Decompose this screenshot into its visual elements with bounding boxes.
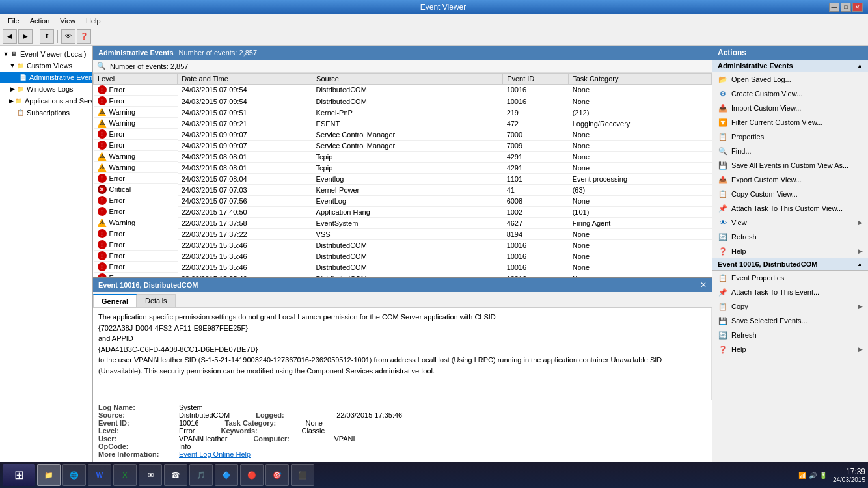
clock[interactable]: 17:39 24/03/2015	[833, 467, 865, 483]
tree-item-admin-events[interactable]: 📄 Administrative Events	[0, 72, 92, 83]
toolbar-separator-2	[57, 30, 58, 43]
action-item-event-properties[interactable]: 📋 Event Properties	[712, 271, 868, 285]
action-label: Properties	[731, 133, 863, 141]
tree-toggle-local[interactable]: ▼	[3, 51, 9, 57]
table-row[interactable]: ! Error 24/03/2015 07:09:54 DistributedC…	[94, 85, 712, 96]
action-item-find[interactable]: 🔍 Find...	[712, 144, 868, 158]
action-item-create-custom-view[interactable]: ⚙ Create Custom View...	[712, 87, 868, 101]
menu-view[interactable]: View	[55, 16, 81, 26]
action-item-refresh[interactable]: 🔄 Refresh	[712, 328, 868, 342]
tree-item-subscriptions[interactable]: 📋 Subscriptions	[0, 107, 92, 118]
toolbar-show-hide[interactable]: 👁	[61, 29, 75, 44]
menu-action[interactable]: Action	[25, 16, 55, 26]
tree-item-custom[interactable]: ▼ 📁 Custom Views	[0, 60, 92, 72]
table-row[interactable]: ! Error 22/03/2015 15:35:46 DistributedC…	[94, 262, 712, 273]
table-row[interactable]: ! Error 24/03/2015 07:07:56 EventLog 600…	[94, 195, 712, 206]
action-item-save-selected-events[interactable]: 💾 Save Selected Events...	[712, 314, 868, 328]
taskbar-chrome[interactable]: 🌐	[62, 464, 86, 486]
action-item-import-custom-view[interactable]: 📥 Import Custom View...	[712, 101, 868, 115]
table-row[interactable]: ⚠ Warning 24/03/2015 08:08:01 Tcpip 4291…	[94, 151, 712, 162]
col-header-category[interactable]: Task Category	[569, 74, 712, 85]
taskbar-explorer[interactable]: 📁	[37, 464, 61, 486]
error-icon: !	[98, 174, 107, 183]
action-icon: 🔄	[718, 232, 728, 242]
close-button[interactable]: ✕	[852, 3, 863, 12]
events-table-container[interactable]: Level Date and Time Source Event ID Task…	[93, 73, 712, 277]
actions-section-admin[interactable]: Administrative Events ▲	[712, 60, 868, 72]
action-item-refresh[interactable]: 🔄 Refresh	[712, 230, 868, 244]
col-header-source[interactable]: Source	[312, 74, 503, 85]
table-row[interactable]: ! Error 22/03/2015 15:35:46 DistributedC…	[94, 239, 712, 251]
taskbar-app2[interactable]: 🔴	[240, 464, 264, 486]
action-item-properties[interactable]: 📋 Properties	[712, 129, 868, 144]
toolbar-separator-1	[36, 30, 36, 43]
menu-file[interactable]: File	[3, 16, 25, 26]
table-row[interactable]: ! Error 22/03/2015 17:37:22 VSS 8194 Non…	[94, 228, 712, 239]
toolbar-help[interactable]: ❓	[77, 29, 91, 44]
taskbar-skype[interactable]: ☎	[164, 464, 187, 486]
event-log-online-help-link[interactable]: Event Log Online Help	[179, 450, 251, 458]
tab-details[interactable]: Details	[137, 294, 176, 307]
table-row[interactable]: ! Error 24/03/2015 07:08:04 Eventlog 110…	[94, 173, 712, 184]
taskbar-outlook[interactable]: ✉	[139, 464, 162, 486]
action-item-help[interactable]: ❓ Help ▶	[712, 342, 868, 357]
table-row[interactable]: ⚠ Warning 24/03/2015 08:08:01 Tcpip 4291…	[94, 162, 712, 173]
toolbar-up[interactable]: ⬆	[40, 29, 54, 44]
taskbar-app4[interactable]: ⬛	[291, 464, 314, 486]
action-item-copy[interactable]: 📋 Copy ▶	[712, 299, 868, 314]
table-row[interactable]: ✕ Critical 24/03/2015 07:07:03 Kernel-Po…	[94, 184, 712, 195]
warning-icon: ⚠	[98, 152, 107, 161]
taskbar-app1[interactable]: 🔷	[215, 464, 238, 486]
submenu-arrow: ▶	[858, 346, 863, 353]
tree-item-local[interactable]: ▼ 🖥 Event Viewer (Local)	[0, 48, 92, 60]
taskbar-music[interactable]: 🎵	[189, 464, 213, 486]
col-header-level[interactable]: Level	[94, 74, 178, 85]
action-item-export-custom-view[interactable]: 📤 Export Custom View...	[712, 172, 868, 187]
minimize-button[interactable]: —	[829, 3, 839, 12]
table-row[interactable]: ! Error 24/03/2015 09:09:07 Service Cont…	[94, 129, 712, 140]
tree-toggle-app[interactable]: ▶	[9, 98, 14, 104]
action-item-copy-custom-view[interactable]: 📋 Copy Custom View...	[712, 187, 868, 201]
action-item-filter-current-custom-view[interactable]: 🔽 Filter Current Custom View...	[712, 115, 868, 129]
maximize-button[interactable]: □	[841, 3, 851, 12]
cell-eventid: 4291	[503, 162, 569, 173]
action-icon: 💾	[718, 316, 728, 326]
tab-general[interactable]: General	[93, 294, 137, 307]
action-icon: 🔍	[718, 146, 728, 156]
action-item-help[interactable]: ❓ Help ▶	[712, 244, 868, 258]
detail-close-button[interactable]: ✕	[700, 280, 707, 290]
cell-datetime: 24/03/2015 07:09:51	[178, 107, 312, 118]
table-row[interactable]: ! Error 24/03/2015 09:09:07 Service Cont…	[94, 140, 712, 151]
table-row[interactable]: ⚠ Warning 24/03/2015 07:09:21 ESENT 472 …	[94, 118, 712, 129]
action-label: Help ▶	[731, 346, 863, 353]
toolbar-forward[interactable]: ▶	[18, 29, 33, 44]
action-item-attach-task-to-this-event[interactable]: 📌 Attach Task To This Event...	[712, 285, 868, 299]
cell-eventid: 8194	[503, 228, 569, 239]
network-icon: 📶	[798, 472, 806, 479]
detail-fields: Log Name: System Source: DistributedCOM	[93, 400, 712, 462]
start-button[interactable]: ⊞	[3, 464, 35, 486]
tree-toggle-custom[interactable]: ▼	[9, 62, 16, 69]
actions-section-event[interactable]: Event 10016, DistributedCOM ▲	[712, 258, 868, 271]
cell-eventid: 10016	[503, 239, 569, 251]
table-row[interactable]: ! Error 24/03/2015 07:09:54 DistributedC…	[94, 96, 712, 107]
taskbar-app3[interactable]: 🎯	[265, 464, 289, 486]
action-item-save-all-events-in-custom-view-as[interactable]: 💾 Save All Events in Custom View As...	[712, 158, 868, 172]
col-header-eventid[interactable]: Event ID	[503, 74, 569, 85]
toolbar-back[interactable]: ◀	[3, 29, 17, 44]
tree-item-app-services[interactable]: ▶ 📁 Applications and Services Lo...	[0, 95, 92, 107]
table-row[interactable]: ! Error 22/03/2015 15:35:46 DistributedC…	[94, 251, 712, 262]
taskbar-word[interactable]: W	[88, 464, 111, 486]
tree-item-windows-logs[interactable]: ▶ 📁 Windows Logs	[0, 83, 92, 95]
submenu-arrow: ▶	[858, 219, 863, 226]
table-row[interactable]: ! Error 22/03/2015 17:40:50 Application …	[94, 206, 712, 217]
taskbar-excel[interactable]: X	[113, 464, 137, 486]
tree-toggle-windows[interactable]: ▶	[9, 86, 16, 92]
menu-help[interactable]: Help	[81, 16, 106, 26]
table-row[interactable]: ⚠ Warning 24/03/2015 07:09:51 Kernel-PnP…	[94, 107, 712, 118]
col-header-datetime[interactable]: Date and Time	[178, 74, 312, 85]
action-item-attach-task-to-this-custom-view[interactable]: 📌 Attach Task To This Custom View...	[712, 201, 868, 215]
action-item-view[interactable]: 👁 View ▶	[712, 215, 868, 230]
action-item-open-saved-log[interactable]: 📂 Open Saved Log...	[712, 72, 868, 87]
table-row[interactable]: ⚠ Warning 22/03/2015 17:37:58 EventSyste…	[94, 217, 712, 228]
